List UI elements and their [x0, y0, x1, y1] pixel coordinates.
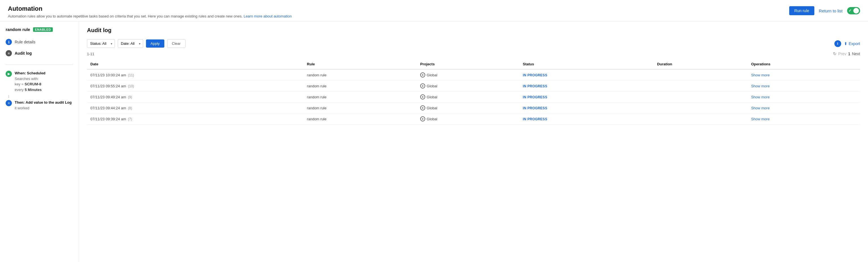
status-badge: IN PROGRESS [523, 117, 548, 121]
show-more-button[interactable]: Show more [751, 84, 770, 88]
when-key: key = SCRUM-8 [15, 81, 45, 87]
refresh-icon[interactable]: ↻ [833, 51, 837, 57]
globe-icon: ⊗ [420, 95, 425, 100]
cell-status: IN PROGRESS [520, 91, 654, 103]
cell-date: 07/11/23 09:55:24 am (10) [87, 81, 304, 91]
sidebar-item-label-audit-log: Audit log [15, 51, 32, 55]
section-connector [8, 95, 79, 98]
cell-duration [654, 91, 748, 103]
audit-icon: ≡ [6, 50, 12, 57]
clear-button[interactable]: Clear [167, 39, 186, 48]
info-icon-blue[interactable]: i [834, 40, 841, 47]
table-row: 07/11/23 09:49:24 am (9) random rule ⊗ G… [87, 91, 860, 103]
show-more-button[interactable]: Show more [751, 117, 770, 121]
audit-log-title: Audit log [87, 27, 860, 34]
col-status: Status [520, 59, 654, 69]
enabled-badge: ENABLED [33, 27, 53, 32]
return-to-list-link[interactable]: Return to list [819, 8, 843, 13]
audit-table: Date Rule Projects Status Duration Opera… [87, 59, 860, 124]
when-searches: Searches with: [15, 76, 45, 82]
filter-row: Status: All Date: All Apply Clear [87, 39, 186, 48]
main-content: random rule ENABLED ℹ Rule details ≡ Aud… [0, 22, 868, 262]
col-operations: Operations [748, 59, 860, 69]
when-icon: ▶ [6, 71, 12, 77]
col-rule: Rule [304, 59, 417, 69]
sidebar: random rule ENABLED ℹ Rule details ≡ Aud… [0, 22, 79, 262]
cell-operations: Show more [748, 114, 860, 124]
sidebar-item-rule-details[interactable]: ℹ Rule details [0, 36, 79, 48]
then-section: ≡ Then: Add value to the audit Log it wo… [0, 98, 79, 114]
cell-status: IN PROGRESS [520, 103, 654, 114]
info-icon: ℹ [6, 39, 12, 45]
table-row: 07/11/23 09:55:24 am (10) random rule ⊗ … [87, 81, 860, 91]
header-right: Run rule Return to list ✓ [789, 6, 860, 15]
sidebar-item-audit-log[interactable]: ≡ Audit log [0, 48, 79, 59]
status-select-wrapper: Status: All [87, 39, 115, 48]
cell-date: 07/11/23 09:44:24 am (8) [87, 103, 304, 114]
cell-rule: random rule [304, 103, 417, 114]
table-row: 07/11/23 09:44:24 am (8) random rule ⊗ G… [87, 103, 860, 114]
record-count: 1-11 [87, 52, 94, 56]
app-title: Automation [8, 5, 292, 12]
cell-date: 07/11/23 09:49:24 am (9) [87, 91, 304, 103]
count-badge: (8) [128, 106, 132, 110]
date-select-wrapper: Date: All [118, 39, 143, 48]
globe-icon: ⊗ [420, 72, 425, 77]
count-badge: (11) [128, 73, 134, 77]
cell-status: IN PROGRESS [520, 69, 654, 81]
sidebar-nav: ℹ Rule details ≡ Audit log [0, 36, 79, 63]
then-title: Then: Add value to the audit Log [15, 100, 72, 105]
cell-status: IN PROGRESS [520, 81, 654, 91]
cell-project: ⊗ Global [417, 81, 519, 91]
when-interval: every 5 Minutes [15, 87, 45, 93]
cell-operations: Show more [748, 81, 860, 91]
next-button[interactable]: Next [852, 51, 860, 56]
table-header: Date Rule Projects Status Duration Opera… [87, 59, 860, 69]
when-key-value: SCRUM-8 [25, 82, 41, 86]
prev-button[interactable]: Prev [838, 51, 846, 56]
enabled-toggle[interactable]: ✓ [847, 7, 860, 14]
when-section: ▶ When: Scheduled Searches with: key = S… [0, 69, 79, 95]
export-area: i ⬆ Export [834, 40, 860, 47]
apply-button[interactable]: Apply [146, 39, 164, 48]
cell-operations: Show more [748, 103, 860, 114]
status-badge: IN PROGRESS [523, 106, 548, 110]
records-pagination-row: 1-11 ↻ Prev 1 Next [87, 51, 860, 57]
then-detail: it worked [15, 105, 72, 111]
sidebar-item-label-rule-details: Rule details [15, 40, 35, 44]
pagination: ↻ Prev 1 Next [833, 51, 860, 57]
cell-project: ⊗ Global [417, 69, 519, 81]
app-container: Automation Automation rules allow you to… [0, 0, 868, 262]
globe-icon: ⊗ [420, 116, 425, 121]
cell-rule: random rule [304, 69, 417, 81]
cell-duration [654, 103, 748, 114]
cell-operations: Show more [748, 69, 860, 81]
table-body: 07/11/23 10:00:24 am (11) random rule ⊗ … [87, 69, 860, 124]
count-badge: (10) [128, 84, 134, 88]
run-rule-button[interactable]: Run rule [789, 6, 814, 15]
cell-rule: random rule [304, 91, 417, 103]
show-more-button[interactable]: Show more [751, 106, 770, 110]
table-row: 07/11/23 09:39:24 am (7) random rule ⊗ G… [87, 114, 860, 124]
cell-duration [654, 114, 748, 124]
date-filter[interactable]: Date: All [118, 39, 143, 48]
status-filter[interactable]: Status: All [87, 39, 115, 48]
cell-duration [654, 69, 748, 81]
export-icon: ⬆ [844, 41, 847, 46]
status-badge: IN PROGRESS [523, 84, 548, 88]
when-interval-value: 5 Minutes [25, 88, 41, 92]
show-more-button[interactable]: Show more [751, 73, 770, 77]
show-more-button[interactable]: Show more [751, 95, 770, 99]
learn-more-link[interactable]: Learn more about automation [244, 14, 292, 18]
cell-project: ⊗ Global [417, 103, 519, 114]
current-page: 1 [848, 51, 850, 56]
when-title: When: Scheduled [15, 70, 45, 76]
col-projects: Projects [417, 59, 519, 69]
when-content: When: Scheduled Searches with: key = SCR… [15, 70, 45, 92]
then-icon: ≡ [6, 100, 12, 106]
rule-name: random rule [6, 27, 30, 32]
rule-name-row: random rule ENABLED [0, 27, 79, 36]
export-button[interactable]: ⬆ Export [844, 41, 860, 46]
col-date: Date [87, 59, 304, 69]
globe-icon: ⊗ [420, 83, 425, 88]
